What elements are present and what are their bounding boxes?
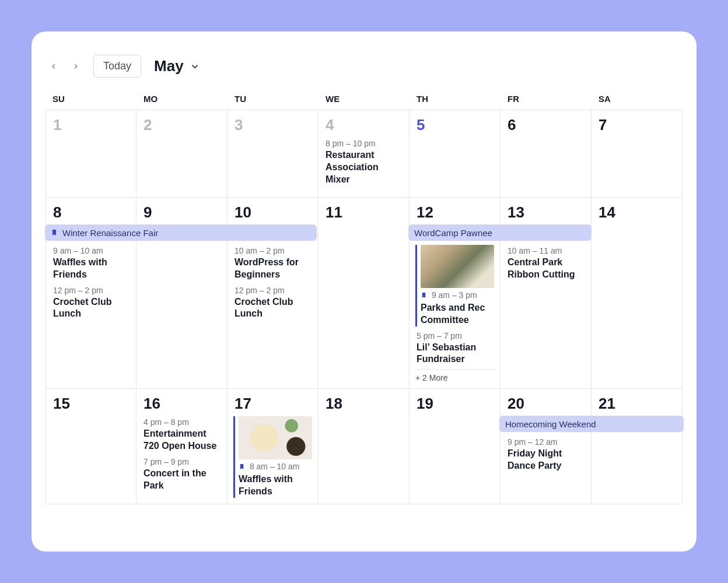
bookmark-icon bbox=[421, 292, 427, 301]
event[interactable]: 10 am – 11 am Central Park Ribbon Cuttin… bbox=[506, 246, 586, 281]
day-cell[interactable]: 20 Homecoming Weekend 9 pm – 12 am Frida… bbox=[501, 389, 592, 504]
day-cell[interactable]: 21 bbox=[592, 389, 682, 504]
event[interactable]: 4 pm – 8 pm Entertainment 720 Open House bbox=[142, 417, 222, 452]
day-number: 7 bbox=[597, 116, 677, 134]
day-cell[interactable]: 5 bbox=[410, 110, 501, 198]
event-time: 8 am – 10 am bbox=[239, 462, 312, 472]
day-of-week-header: SU MO TU WE TH FR SA bbox=[32, 94, 696, 110]
more-events-link[interactable]: + 2 More bbox=[415, 369, 495, 382]
event-title: Friday Night Dance Party bbox=[508, 448, 585, 472]
event[interactable]: 5 pm – 7 pm Lil’ Sebastian Fundraiser bbox=[415, 331, 495, 366]
event-title: Central Park Ribbon Cutting bbox=[508, 257, 585, 281]
event[interactable]: 9 am – 3 pm Parks and Rec Committee bbox=[415, 245, 495, 326]
event[interactable]: 12 pm – 2 pm Crochet Club Lunch bbox=[52, 286, 131, 321]
day-number: 4 bbox=[324, 116, 404, 134]
event-title: Entertainment 720 Open House bbox=[144, 428, 221, 452]
event-time: 4 pm – 8 pm bbox=[144, 417, 221, 427]
nav-arrows bbox=[46, 58, 84, 75]
event[interactable]: 9 am – 10 am Waffles with Friends bbox=[52, 246, 131, 281]
event-time: 12 pm – 2 pm bbox=[53, 286, 130, 295]
dow-tu: TU bbox=[228, 94, 318, 104]
calendar-grid: 1 2 3 4 8 pm – 10 pm Restaurant Associat… bbox=[46, 110, 682, 504]
dow-sa: SA bbox=[592, 94, 682, 104]
day-cell[interactable]: 11 bbox=[318, 198, 410, 389]
dow-mo: MO bbox=[136, 94, 228, 104]
day-number: 18 bbox=[324, 395, 404, 413]
event[interactable]: 8 pm – 10 pm Restaurant Association Mixe… bbox=[324, 139, 404, 185]
day-cell[interactable]: 15 bbox=[46, 389, 136, 504]
day-cell[interactable]: 16 4 pm – 8 pm Entertainment 720 Open Ho… bbox=[136, 389, 228, 504]
day-number: 13 bbox=[506, 203, 586, 222]
event-title: Restaurant Association Mixer bbox=[326, 149, 403, 185]
bookmark-icon bbox=[51, 229, 58, 237]
event[interactable]: 8 am – 10 am Waffles with Friends bbox=[233, 416, 313, 498]
bookmark-icon bbox=[239, 463, 245, 472]
event-time: 9 am – 3 pm bbox=[421, 290, 494, 301]
event-thumbnail bbox=[421, 245, 494, 288]
chevron-right-icon bbox=[72, 61, 80, 72]
event[interactable]: 10 am – 2 pm WordPress for Beginners bbox=[233, 246, 313, 281]
day-number: 2 bbox=[142, 116, 222, 134]
day-number: 5 bbox=[415, 116, 495, 134]
day-number: 19 bbox=[415, 395, 495, 413]
day-number: 12 bbox=[415, 203, 495, 222]
multiday-event-title: WordCamp Pawnee bbox=[414, 228, 492, 238]
day-cell[interactable]: 17 8 am – 10 am Waffles with Friends bbox=[228, 389, 318, 504]
day-number: 3 bbox=[233, 116, 313, 134]
calendar-card: Today May SU MO TU WE TH FR SA 1 2 3 4 8… bbox=[32, 31, 696, 552]
multiday-event-title: Homecoming Weekend bbox=[505, 419, 596, 429]
day-cell[interactable]: 6 bbox=[501, 110, 592, 198]
day-number: 17 bbox=[233, 395, 313, 413]
event[interactable]: 12 pm – 2 pm Crochet Club Lunch bbox=[233, 286, 313, 321]
day-cell[interactable]: 8 Winter Renaissance Fair 9 am – 10 am W… bbox=[46, 198, 136, 389]
event-time: 9 pm – 12 am bbox=[508, 437, 585, 447]
day-number: 8 bbox=[52, 203, 131, 222]
day-number: 20 bbox=[506, 395, 586, 413]
day-number: 16 bbox=[142, 395, 222, 413]
event-title: Crochet Club Lunch bbox=[53, 296, 130, 321]
multiday-event[interactable]: Winter Renaissance Fair bbox=[45, 224, 317, 241]
day-cell[interactable]: 12 WordCamp Pawnee 9 am – 3 pm Parks and… bbox=[410, 198, 501, 389]
event-title: Waffles with Friends bbox=[53, 257, 130, 281]
day-number: 6 bbox=[506, 116, 586, 134]
prev-month-button[interactable] bbox=[46, 58, 62, 75]
day-cell[interactable]: 7 bbox=[592, 110, 682, 198]
event-title: Lil’ Sebastian Fundraiser bbox=[416, 342, 494, 366]
day-number: 15 bbox=[52, 395, 131, 413]
multiday-event[interactable]: Homecoming Weekend bbox=[499, 416, 684, 432]
month-label: May bbox=[154, 57, 184, 75]
multiday-event[interactable]: WordCamp Pawnee bbox=[408, 224, 592, 241]
event-title: WordPress for Beginners bbox=[235, 257, 312, 281]
day-cell[interactable]: 19 bbox=[410, 389, 501, 504]
chevron-left-icon bbox=[50, 61, 58, 72]
today-button[interactable]: Today bbox=[93, 55, 141, 78]
month-picker[interactable]: May bbox=[154, 57, 200, 75]
event[interactable]: 9 pm – 12 am Friday Night Dance Party bbox=[506, 437, 586, 472]
dow-we: WE bbox=[318, 94, 410, 104]
event-title: Parks and Rec Committee bbox=[421, 302, 494, 326]
calendar-toolbar: Today May bbox=[32, 48, 696, 94]
day-cell[interactable]: 1 bbox=[46, 110, 136, 198]
dow-fr: FR bbox=[501, 94, 592, 104]
event-time: 7 pm – 9 pm bbox=[144, 457, 221, 466]
event-title: Crochet Club Lunch bbox=[235, 296, 312, 321]
day-cell[interactable]: 18 bbox=[318, 389, 410, 504]
event-title: Waffles with Friends bbox=[239, 473, 312, 498]
day-number: 1 bbox=[52, 116, 131, 134]
day-number: 11 bbox=[324, 203, 404, 222]
event-time: 9 am – 10 am bbox=[53, 246, 130, 255]
day-cell[interactable]: 2 bbox=[136, 110, 228, 198]
day-number: 10 bbox=[233, 203, 313, 222]
event-title: Concert in the Park bbox=[144, 468, 221, 492]
multiday-event-title: Winter Renaissance Fair bbox=[62, 228, 158, 238]
event[interactable]: 7 pm – 9 pm Concert in the Park bbox=[142, 457, 222, 492]
day-cell[interactable]: 4 8 pm – 10 pm Restaurant Association Mi… bbox=[318, 110, 410, 198]
event-time: 10 am – 11 am bbox=[508, 246, 585, 255]
event-thumbnail bbox=[239, 416, 312, 459]
event-time: 5 pm – 7 pm bbox=[416, 331, 494, 340]
next-month-button[interactable] bbox=[68, 58, 84, 75]
event-time: 12 pm – 2 pm bbox=[235, 286, 312, 295]
day-cell[interactable]: 14 bbox=[592, 198, 682, 389]
event-time: 10 am – 2 pm bbox=[235, 246, 312, 255]
day-cell[interactable]: 3 bbox=[228, 110, 318, 198]
